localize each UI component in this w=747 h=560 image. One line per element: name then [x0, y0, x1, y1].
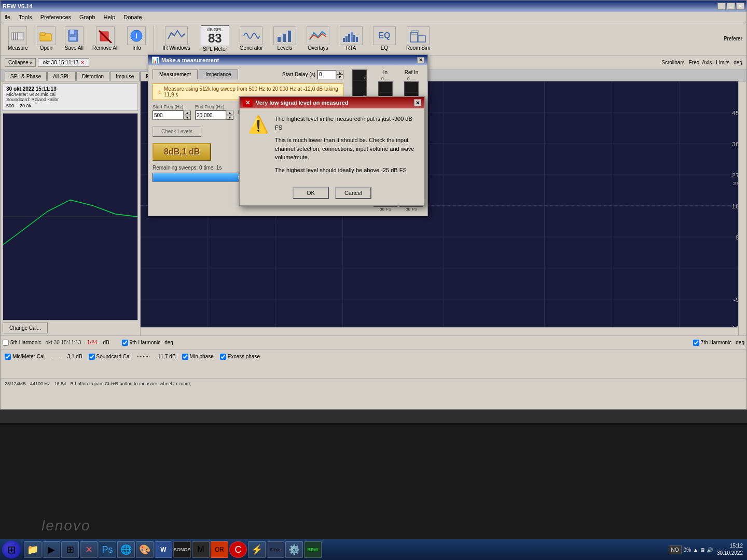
- deg-bottom: deg: [164, 340, 173, 345]
- taskbar-steps-icon[interactable]: Steps: [267, 541, 284, 558]
- eq-button[interactable]: EQ EQ: [369, 25, 400, 52]
- end-freq-spinner[interactable]: ▲ ▼: [195, 110, 233, 120]
- end-freq-down-button[interactable]: ▼: [226, 115, 233, 120]
- taskbar-ps-icon[interactable]: Ps: [99, 541, 116, 558]
- menu-file[interactable]: ile: [3, 13, 12, 21]
- overlays-button[interactable]: Overlays: [302, 25, 334, 52]
- ir-windows-button[interactable]: IR Windows: [158, 25, 194, 52]
- change-cal-button[interactable]: Change Cal...: [3, 323, 48, 333]
- taskbar-m-icon[interactable]: M: [192, 541, 210, 558]
- measurement-entry: 30 okt.2022 15:11:13 Mic/Meter: 6424.mic…: [3, 83, 138, 111]
- start-delay-input[interactable]: [317, 70, 336, 79]
- close-button[interactable]: ✕: [736, 3, 744, 10]
- measure-button-main[interactable]: 8dB,1 dB: [153, 143, 211, 161]
- svg-rect-14: [283, 34, 286, 42]
- svg-rect-20: [353, 35, 355, 42]
- tab-distortion[interactable]: Distortion: [76, 72, 109, 81]
- rta-button[interactable]: RTA: [336, 25, 367, 52]
- spin-down-button[interactable]: ▼: [336, 75, 343, 79]
- spl-meter-button[interactable]: dB SPL 83 SPL Meter: [197, 24, 233, 53]
- start-freq-down-button[interactable]: ▼: [184, 115, 191, 120]
- taskbar-c-icon[interactable]: C: [229, 541, 247, 558]
- taskbar-rew-icon[interactable]: REW: [304, 541, 322, 558]
- warning-ok-button[interactable]: OK: [293, 187, 329, 199]
- warning-title-text: Very low signal level on measured: [256, 100, 349, 106]
- horizontal-scrollbar[interactable]: [141, 327, 738, 335]
- tab-impedance[interactable]: Impedance: [199, 69, 238, 79]
- 5th-harmonic-checkbox[interactable]: 5th Harmonic: [3, 340, 41, 346]
- excess-phase-checkbox[interactable]: Excess phase: [220, 354, 260, 360]
- collapse-button[interactable]: Collapse «: [5, 58, 36, 67]
- start-freq-group: Start Freq (Hz) ▲ ▼: [153, 104, 191, 120]
- end-freq-input[interactable]: [195, 110, 226, 120]
- end-freq-up-button[interactable]: ▲: [226, 110, 233, 115]
- taskbar-explorer-icon[interactable]: 📁: [24, 541, 42, 558]
- taskbar-brush-icon[interactable]: 🎨: [136, 541, 154, 558]
- taskbar-media-icon[interactable]: ▶: [43, 541, 60, 558]
- mic-cal-value: 3,1 dB: [67, 354, 82, 359]
- room-sim-button[interactable]: Room Sim: [402, 25, 435, 52]
- start-freq-input[interactable]: [153, 110, 184, 120]
- measurement-name-bottom: okt 30 15:11:13: [45, 340, 81, 345]
- app-title: REW V5.14: [3, 3, 32, 9]
- taskbar-grid-icon[interactable]: ⊞: [61, 541, 79, 558]
- menu-donate[interactable]: Donate: [121, 13, 144, 21]
- open-button[interactable]: Open: [33, 25, 59, 52]
- measure-button[interactable]: Measure: [5, 25, 31, 52]
- save-all-icon: [65, 26, 84, 45]
- remove-measurement-icon[interactable]: ✕: [80, 60, 85, 65]
- start-freq-up-button[interactable]: ▲: [184, 110, 191, 115]
- start-button[interactable]: ⊞: [2, 541, 21, 558]
- 7th-harmonic-checkbox[interactable]: 7th Harmonic: [693, 340, 731, 346]
- tray-arrow[interactable]: ▲: [693, 547, 698, 553]
- levels-button[interactable]: Levels: [269, 25, 300, 52]
- vu-unit-ref-in: dB FS: [406, 207, 417, 212]
- check-levels-button[interactable]: Check Levels: [153, 126, 201, 137]
- remove-all-button[interactable]: Remove All: [89, 25, 122, 52]
- minimize-button[interactable]: _: [717, 3, 726, 10]
- warning-dialog-close[interactable]: ✕: [414, 99, 421, 106]
- taskbar-lightning-icon[interactable]: ⚡: [248, 541, 266, 558]
- generator-label: Generator: [240, 45, 263, 51]
- vertical-scrollbar[interactable]: [738, 81, 746, 335]
- start-freq-spin-buttons: ▲ ▼: [184, 110, 191, 120]
- taskbar-or-icon[interactable]: OR: [211, 541, 228, 558]
- warning-cancel-button[interactable]: Cancel: [335, 187, 371, 199]
- info-button[interactable]: i Info: [123, 25, 149, 52]
- mic-cal-checkbox[interactable]: Mic/Meter Cal: [5, 354, 45, 360]
- taskbar-settings-icon[interactable]: ⚙️: [285, 541, 303, 558]
- measurement-dialog-close[interactable]: ✕: [417, 57, 424, 63]
- menu-tools[interactable]: Tools: [17, 13, 34, 21]
- tray-volume-icon[interactable]: 🔊: [707, 547, 713, 553]
- 9th-harmonic-checkbox[interactable]: 9th Harmonic: [122, 340, 160, 346]
- min-phase-checkbox[interactable]: Min phase: [182, 354, 214, 360]
- dialog-tabs: Measurement Impedance Start Delay (s) ▲ …: [153, 69, 343, 79]
- freq-start-label: 500: [6, 103, 14, 108]
- tab-all-spl[interactable]: All SPL: [47, 72, 76, 81]
- tab-measurement[interactable]: Measurement: [153, 69, 198, 79]
- taskbar-x-icon[interactable]: ✕: [80, 541, 98, 558]
- measure-info-icon: ⚠: [157, 89, 162, 95]
- taskbar-sonos-icon[interactable]: SONOS: [173, 541, 191, 558]
- start-delay-spinner[interactable]: ▲ ▼: [317, 70, 343, 79]
- menu-preferences[interactable]: Preferences: [38, 13, 73, 21]
- bit-depth-status: 16 Bit: [54, 381, 66, 386]
- menu-help[interactable]: Help: [102, 13, 118, 21]
- taskbar-globe-icon[interactable]: 🌐: [117, 541, 135, 558]
- generator-button[interactable]: Generator: [236, 25, 267, 52]
- collapse-icon: «: [30, 60, 33, 65]
- tab-spl-phase[interactable]: SPL & Phase: [5, 72, 47, 81]
- clock-display[interactable]: 15:12 30.10.2022: [715, 542, 745, 557]
- taskbar: ⊞ 📁 ▶ ⊞ ✕ Ps 🌐 🎨 W SONOS M OR C ⚡ Steps …: [0, 539, 747, 560]
- menu-graph[interactable]: Graph: [77, 13, 98, 21]
- start-freq-spinner[interactable]: ▲ ▼: [153, 110, 191, 120]
- save-all-button[interactable]: Save All: [61, 25, 87, 52]
- tab-impulse[interactable]: Impulse: [110, 72, 140, 81]
- maximize-button[interactable]: □: [727, 3, 735, 10]
- taskbar-word-icon[interactable]: W: [155, 541, 172, 558]
- soundcard-cal-checkbox[interactable]: Soundcard Cal: [89, 354, 131, 360]
- preferences-button[interactable]: Preferer: [724, 36, 742, 41]
- spin-up-button[interactable]: ▲: [336, 70, 343, 75]
- measure-button-label: 8dB,1 dB: [164, 147, 200, 156]
- measurement-item[interactable]: okt 30 15:11:13 ✕: [38, 58, 89, 67]
